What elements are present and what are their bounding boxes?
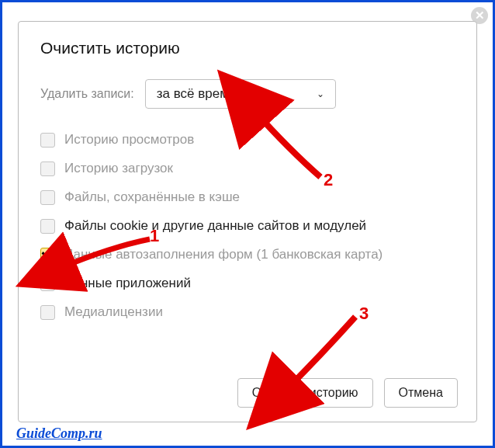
- checkbox[interactable]: [40, 190, 55, 205]
- dialog-footer: Очистить историю Отмена: [237, 378, 458, 408]
- option-autofill-forms[interactable]: Данные автозаполнения форм (1 банковская…: [40, 247, 455, 262]
- option-browsing-history[interactable]: Историю просмотров: [40, 132, 455, 148]
- option-label: Данные приложений: [64, 276, 191, 291]
- option-label: Файлы cookie и другие данные сайтов и мо…: [64, 218, 366, 234]
- annotation-number-2: 2: [324, 170, 333, 190]
- checkbox[interactable]: [40, 161, 55, 176]
- delete-records-label: Удалить записи:: [40, 87, 134, 101]
- checkbox[interactable]: [40, 276, 55, 291]
- option-cookies[interactable]: Файлы cookie и другие данные сайтов и мо…: [40, 218, 455, 234]
- option-download-history[interactable]: Историю загрузок: [40, 161, 455, 176]
- time-range-value: за всё время: [157, 86, 236, 102]
- options-list: Историю просмотров Историю загрузок Файл…: [40, 132, 455, 320]
- option-cached-files[interactable]: Файлы, сохранённые в кэше: [40, 189, 455, 205]
- checkbox[interactable]: [40, 219, 55, 234]
- chevron-down-icon: ⌄: [317, 89, 324, 99]
- option-label: Данные автозаполнения форм (1 банковская…: [64, 247, 382, 262]
- checkbox[interactable]: [40, 133, 55, 148]
- clear-history-dialog: Очистить историю Удалить записи: за всё …: [18, 21, 477, 422]
- annotation-number-3: 3: [359, 304, 369, 324]
- time-range-row: Удалить записи: за всё время ⌄: [40, 79, 455, 109]
- option-media-licenses[interactable]: Медиалицензии: [40, 304, 455, 320]
- checkbox-checked[interactable]: [40, 248, 55, 262]
- watermark: GuideComp.ru: [16, 425, 102, 442]
- option-label: Медиалицензии: [64, 304, 163, 320]
- option-label: Историю загрузок: [64, 161, 173, 176]
- option-app-data[interactable]: Данные приложений: [40, 276, 455, 291]
- checkbox[interactable]: [40, 305, 55, 320]
- clear-history-button[interactable]: Очистить историю: [237, 378, 373, 408]
- option-label: Файлы, сохранённые в кэше: [64, 189, 240, 205]
- time-range-select[interactable]: за всё время ⌄: [145, 79, 336, 109]
- cancel-button[interactable]: Отмена: [384, 378, 458, 408]
- option-label: Историю просмотров: [64, 132, 194, 148]
- annotation-number-1: 1: [150, 226, 159, 246]
- dialog-title: Очистить историю: [40, 39, 455, 57]
